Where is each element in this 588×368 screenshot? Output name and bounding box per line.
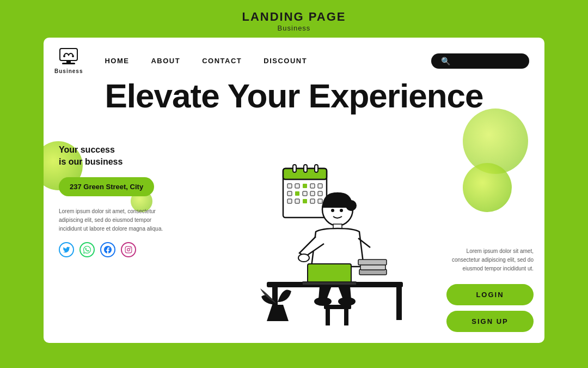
svg-rect-13 <box>287 184 292 188</box>
svg-rect-23 <box>287 199 292 203</box>
svg-point-2 <box>72 55 74 57</box>
signup-button[interactable]: SIGN UP <box>446 311 534 332</box>
landing-card: Business HOME ABOUT CONTACT DISCOUNT 🔍 E… <box>44 38 544 343</box>
svg-rect-17 <box>318 184 322 188</box>
right-column: Lorem ipsum dolor sit amet, consectetur … <box>436 133 544 343</box>
svg-rect-20 <box>303 191 307 196</box>
twitter-icon[interactable] <box>59 242 74 257</box>
hero-headline: Elevate Your Experience <box>44 78 544 113</box>
svg-rect-3 <box>66 61 71 63</box>
search-bar[interactable]: 🔍 <box>431 53 529 69</box>
svg-rect-19 <box>295 191 299 196</box>
logo[interactable]: Business <box>54 47 83 74</box>
svg-rect-44 <box>324 305 351 309</box>
svg-point-33 <box>298 254 309 262</box>
svg-rect-11 <box>304 165 307 172</box>
center-illustration <box>185 133 436 343</box>
facebook-icon[interactable] <box>100 242 115 257</box>
svg-rect-26 <box>310 199 315 203</box>
search-input[interactable] <box>455 57 519 65</box>
svg-point-6 <box>127 248 130 251</box>
svg-rect-24 <box>295 199 299 203</box>
nav-contact[interactable]: CONTACT <box>202 57 242 65</box>
logo-text: Business <box>54 68 83 74</box>
nav-links: HOME ABOUT CONTACT DISCOUNT <box>105 57 431 65</box>
social-icons <box>59 242 185 257</box>
svg-rect-12 <box>315 165 318 172</box>
svg-rect-38 <box>396 287 402 320</box>
svg-point-35 <box>338 297 356 306</box>
svg-point-7 <box>130 248 131 249</box>
nav-home[interactable]: HOME <box>105 57 129 65</box>
svg-rect-4 <box>62 63 75 64</box>
instagram-icon[interactable] <box>121 242 136 257</box>
svg-rect-15 <box>303 184 307 188</box>
svg-rect-25 <box>303 199 307 203</box>
svg-rect-16 <box>310 184 315 188</box>
navbar: Business HOME ABOUT CONTACT DISCOUNT 🔍 <box>44 38 544 81</box>
svg-rect-10 <box>293 165 296 172</box>
nav-discount[interactable]: DISCOUNT <box>264 57 307 65</box>
svg-rect-27 <box>318 199 322 203</box>
svg-rect-39 <box>308 264 351 283</box>
lorem-right: Lorem ipsum dolor sit amet, consectetur … <box>441 247 534 273</box>
svg-rect-14 <box>295 184 299 188</box>
tagline: Your successis our business <box>59 144 185 168</box>
svg-point-30 <box>331 209 334 212</box>
svg-rect-46 <box>344 309 348 325</box>
whatsapp-icon[interactable] <box>79 242 95 257</box>
search-icon: 🔍 <box>441 57 450 65</box>
svg-rect-21 <box>310 191 315 196</box>
page-header: LANDING PAGE Business <box>242 0 346 35</box>
svg-point-34 <box>314 297 332 306</box>
svg-point-29 <box>346 200 357 211</box>
content-row: Your successis our business 237 Green St… <box>44 133 544 343</box>
svg-rect-45 <box>326 309 330 325</box>
svg-rect-18 <box>287 191 292 196</box>
svg-point-1 <box>63 55 65 57</box>
svg-rect-5 <box>125 246 132 253</box>
login-button[interactable]: LOGIN <box>446 284 534 305</box>
nav-about[interactable]: ABOUT <box>151 57 180 65</box>
page-title: LANDING PAGE <box>242 10 346 24</box>
left-column: Your successis our business 237 Green St… <box>44 133 185 343</box>
svg-point-31 <box>340 209 343 212</box>
address-button[interactable]: 237 Green Street, City <box>59 177 154 196</box>
svg-rect-22 <box>318 191 322 196</box>
page-subtitle: Business <box>242 24 346 32</box>
svg-rect-43 <box>358 260 387 265</box>
lorem-left: Lorem ipsum dolor sit amet, consectetur … <box>59 207 168 233</box>
svg-rect-40 <box>302 282 357 285</box>
